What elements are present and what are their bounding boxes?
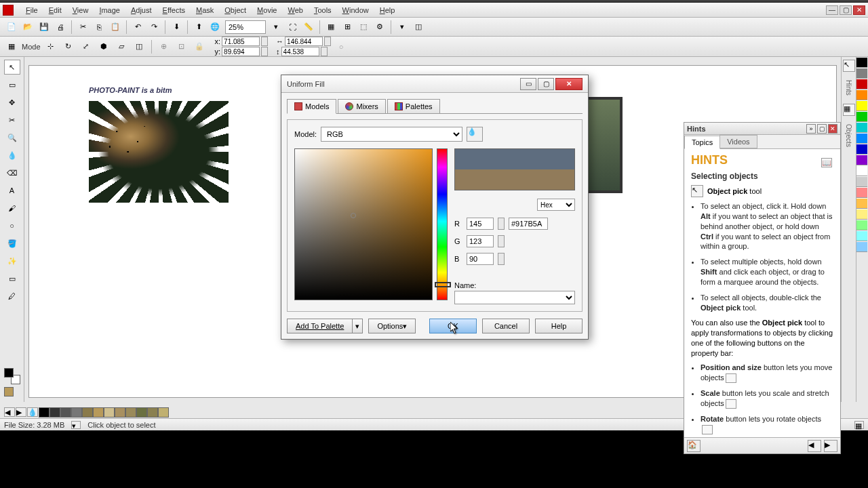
hints-docker-tab[interactable]: Hints bbox=[845, 80, 852, 96]
hints-collapse-icon[interactable]: » bbox=[806, 124, 816, 134]
g-spinner[interactable] bbox=[498, 235, 505, 247]
apply-icon[interactable]: ○ bbox=[334, 39, 349, 54]
palette-chip[interactable] bbox=[856, 79, 867, 89]
menu-mask[interactable]: Mask bbox=[191, 5, 219, 16]
b-input[interactable] bbox=[467, 253, 494, 265]
redo-icon[interactable]: ↷ bbox=[146, 20, 161, 35]
pick-mode-icon[interactable]: ⊹ bbox=[43, 39, 58, 54]
r-spinner[interactable] bbox=[498, 218, 505, 230]
dialog-help-icon[interactable]: ▢ bbox=[538, 78, 554, 90]
mode-icon[interactable]: ▦ bbox=[4, 39, 19, 54]
menu-edit[interactable]: Edit bbox=[43, 5, 67, 16]
undo-icon[interactable]: ↶ bbox=[130, 20, 145, 35]
tab-models[interactable]: Models bbox=[287, 99, 336, 114]
doc-palette-chip[interactable] bbox=[50, 407, 60, 418]
doc-palette-chip[interactable] bbox=[115, 407, 125, 418]
palette-chip[interactable] bbox=[856, 133, 867, 144]
zoom-level[interactable] bbox=[225, 20, 266, 34]
export-icon[interactable]: ⬆ bbox=[191, 20, 206, 35]
doc-palette-chip[interactable] bbox=[125, 407, 136, 418]
h-input[interactable] bbox=[281, 47, 319, 56]
snap-icon[interactable]: ⬚ bbox=[356, 20, 371, 35]
distort-mode-icon[interactable]: ▱ bbox=[114, 39, 129, 54]
menu-image[interactable]: Image bbox=[94, 5, 125, 16]
palette-chip[interactable] bbox=[856, 89, 867, 100]
g-input[interactable] bbox=[467, 235, 494, 247]
new-icon[interactable]: 📄 bbox=[4, 20, 19, 35]
objects-docker-tab[interactable]: Objects bbox=[845, 124, 852, 147]
objects-docker-icon[interactable]: ▦ bbox=[843, 104, 855, 116]
open-icon[interactable]: 📂 bbox=[20, 20, 35, 35]
r-input[interactable] bbox=[467, 218, 494, 230]
menu-web[interactable]: Web bbox=[282, 5, 308, 16]
status-color-icon[interactable]: ▦ bbox=[854, 421, 864, 429]
menu-help[interactable]: Help bbox=[374, 5, 401, 16]
object-pick-tool[interactable]: ↖ bbox=[4, 60, 20, 75]
tab-topics[interactable]: Topics bbox=[684, 136, 720, 149]
dialog-close-icon[interactable]: ✕ bbox=[555, 78, 583, 90]
effect-tool[interactable]: ✨ bbox=[4, 253, 20, 268]
doc-palette-chip[interactable] bbox=[93, 407, 104, 418]
cancel-button[interactable]: Cancel bbox=[482, 319, 530, 333]
minimize-button[interactable]: — bbox=[826, 5, 838, 15]
hex-format-select[interactable]: Hex bbox=[537, 199, 575, 211]
foreground-swatch[interactable] bbox=[4, 368, 14, 378]
doc-palette-chip[interactable] bbox=[71, 407, 82, 418]
save-icon[interactable]: 💾 bbox=[37, 20, 52, 35]
palette-chip[interactable] bbox=[856, 144, 867, 155]
fill-tool[interactable]: 🪣 bbox=[4, 236, 20, 251]
color-swatches[interactable] bbox=[4, 368, 20, 384]
image-sprayer-tool[interactable]: 🖊 bbox=[4, 289, 20, 304]
hue-slider[interactable] bbox=[437, 148, 448, 300]
eraser-tool[interactable]: ⌫ bbox=[4, 165, 20, 180]
tab-mixers[interactable]: Mixers bbox=[338, 99, 385, 114]
app-switch-icon[interactable]: ◫ bbox=[411, 20, 426, 35]
copy-icon[interactable]: ⎘ bbox=[92, 20, 106, 35]
color-name-select[interactable] bbox=[454, 291, 575, 304]
close-button[interactable]: ✕ bbox=[853, 5, 865, 15]
h-spinner[interactable] bbox=[321, 47, 328, 56]
palette-chip[interactable] bbox=[856, 165, 867, 176]
grid-icon[interactable]: ▦ bbox=[323, 20, 338, 35]
skew-mode-icon[interactable]: ⬢ bbox=[96, 39, 111, 54]
crop-tool[interactable]: ✂ bbox=[4, 113, 20, 127]
palette-chip[interactable] bbox=[856, 187, 867, 198]
add-to-palette-dropdown[interactable]: ▾ bbox=[353, 319, 363, 333]
doc-palette-chip[interactable] bbox=[60, 407, 71, 418]
palette-chip[interactable] bbox=[856, 176, 867, 187]
palette-chip[interactable] bbox=[856, 68, 867, 79]
model-select[interactable]: RGB bbox=[321, 127, 462, 142]
b-spinner[interactable] bbox=[498, 253, 505, 265]
tab-palettes[interactable]: Palettes bbox=[387, 99, 440, 114]
saturation-value-picker[interactable] bbox=[294, 148, 433, 300]
zoom-dropdown-icon[interactable]: ▾ bbox=[269, 20, 283, 35]
mask-rect-tool[interactable]: ▭ bbox=[4, 77, 20, 92]
print-icon[interactable]: 🖨 bbox=[53, 20, 68, 35]
hex-input[interactable] bbox=[509, 218, 548, 230]
x-input[interactable] bbox=[222, 37, 260, 46]
pick-docker-icon[interactable]: ↖ bbox=[843, 60, 855, 72]
launcher-icon[interactable]: ▾ bbox=[395, 20, 410, 35]
eyedropper-button[interactable]: 💧 bbox=[467, 127, 483, 142]
hints-back-icon[interactable]: ◀ bbox=[808, 440, 821, 452]
palette-chip[interactable] bbox=[856, 209, 867, 220]
palette-chip[interactable] bbox=[856, 57, 867, 68]
scale-mode-icon[interactable]: ⤢ bbox=[79, 39, 94, 54]
doc-palette-chip[interactable] bbox=[104, 407, 115, 418]
hints-forward-icon[interactable]: ▶ bbox=[824, 440, 837, 452]
ellipse-tool[interactable]: ○ bbox=[4, 218, 20, 233]
help-button[interactable]: Help bbox=[535, 319, 583, 333]
palette-chip[interactable] bbox=[856, 122, 867, 133]
palette-chip[interactable] bbox=[856, 241, 867, 252]
fullscreen-icon[interactable]: ⛶ bbox=[285, 20, 300, 35]
rectangle-tool[interactable]: ▭ bbox=[4, 271, 20, 286]
doc-palette-chip[interactable] bbox=[39, 407, 50, 418]
position-icon[interactable]: ⊕ bbox=[157, 39, 172, 54]
lock-icon[interactable]: 🔒 bbox=[192, 39, 207, 54]
palette-chip[interactable] bbox=[856, 198, 867, 209]
palette-chip[interactable] bbox=[856, 230, 867, 241]
palette-chip[interactable] bbox=[856, 111, 867, 122]
palette-chip[interactable] bbox=[856, 100, 867, 111]
hints-home-icon[interactable]: 🏠 bbox=[687, 440, 701, 452]
menu-tools[interactable]: Tools bbox=[309, 5, 337, 16]
